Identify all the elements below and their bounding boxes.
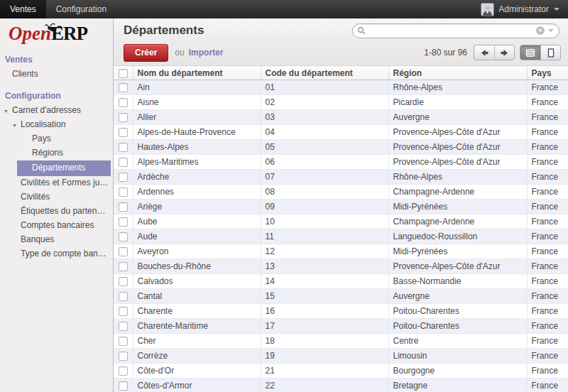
cell-code[interactable]: 05 <box>261 140 388 155</box>
table-row[interactable]: Alpes-Maritimes06Provence-Alpes-Côte d'A… <box>114 155 568 170</box>
row-checkbox[interactable] <box>119 98 128 107</box>
cell-code[interactable]: 13 <box>261 259 388 274</box>
sidebar-item[interactable]: Comptes bancaires <box>0 219 113 233</box>
cell-code[interactable]: 09 <box>261 200 388 214</box>
cell-name[interactable]: Calvados <box>133 274 261 289</box>
cell-code[interactable]: 12 <box>261 244 388 259</box>
sidebar-item[interactable]: ▼Carnet d'adresses <box>0 104 113 118</box>
cell-region[interactable]: Provence-Alpes-Côte d'Azur <box>388 140 527 155</box>
sidebar-item[interactable]: Civilités <box>0 190 113 205</box>
row-checkbox[interactable] <box>119 143 128 152</box>
row-checkbox[interactable] <box>119 292 128 301</box>
cell-name[interactable]: Aude <box>133 229 261 244</box>
cell-name[interactable]: Alpes-Maritimes <box>133 155 261 170</box>
cell-country[interactable]: France <box>527 214 568 229</box>
cell-country[interactable]: France <box>527 185 568 200</box>
select-all-checkbox[interactable] <box>119 69 128 78</box>
table-row[interactable]: Ardèche07Rhône-AlpesFrance <box>114 170 568 185</box>
cell-country[interactable]: France <box>527 80 568 95</box>
row-checkbox[interactable] <box>119 366 128 376</box>
cell-code[interactable]: 15 <box>261 289 388 304</box>
sidebar-item[interactable]: Étiquettes du partenaire <box>0 205 113 219</box>
column-header-name[interactable]: Nom du département <box>133 66 261 80</box>
row-checkbox[interactable] <box>119 247 128 256</box>
cell-code[interactable]: 07 <box>261 170 388 185</box>
table-row[interactable]: Ardennes08Champagne-ArdenneFrance <box>114 185 568 200</box>
cell-name[interactable]: Hautes-Alpes <box>133 140 261 155</box>
column-header-code[interactable]: Code du département <box>261 66 388 80</box>
table-row[interactable]: Aisne02PicardieFrance <box>114 95 568 110</box>
cell-country[interactable]: France <box>527 274 568 289</box>
cell-code[interactable]: 01 <box>261 80 388 95</box>
cell-country[interactable]: France <box>527 259 568 274</box>
create-button[interactable]: Créer <box>124 44 168 62</box>
cell-country[interactable]: France <box>527 364 568 379</box>
cell-name[interactable]: Aveyron <box>133 244 261 259</box>
table-row[interactable]: Calvados14Basse-NormandieFrance <box>114 274 568 289</box>
row-checkbox[interactable] <box>119 307 128 316</box>
form-view-button[interactable] <box>540 45 560 60</box>
table-row[interactable]: Corrèze19LimousinFrance <box>114 349 568 364</box>
triangle-down-icon[interactable]: ▼ <box>12 121 17 130</box>
cell-region[interactable]: Picardie <box>388 95 527 110</box>
user-menu[interactable]: Administrator <box>473 0 568 18</box>
clear-search-icon[interactable]: ✕ <box>536 26 545 35</box>
cell-region[interactable]: Basse-Normandie <box>388 274 527 289</box>
cell-region[interactable]: Provence-Alpes-Côte d'Azur <box>388 259 527 274</box>
cell-country[interactable]: France <box>527 319 568 334</box>
sidebar-item[interactable]: Régions <box>0 146 113 160</box>
cell-code[interactable]: 22 <box>261 379 388 392</box>
cell-name[interactable]: Allier <box>133 110 261 125</box>
row-checkbox[interactable] <box>119 277 128 286</box>
row-checkbox[interactable] <box>119 337 128 346</box>
cell-country[interactable]: France <box>527 125 568 140</box>
cell-name[interactable]: Côte-d'Or <box>133 364 261 379</box>
cell-country[interactable]: France <box>527 349 568 364</box>
cell-country[interactable]: France <box>527 200 568 214</box>
sidebar-item[interactable]: Pays <box>0 132 113 146</box>
table-row[interactable]: Alpes-de-Haute-Provence04Provence-Alpes-… <box>114 125 568 140</box>
cell-name[interactable]: Alpes-de-Haute-Provence <box>133 125 261 140</box>
row-checkbox[interactable] <box>119 158 128 167</box>
cell-code[interactable]: 18 <box>261 334 388 349</box>
cell-region[interactable]: Rhône-Alpes <box>388 80 527 95</box>
row-checkbox[interactable] <box>119 232 128 241</box>
cell-code[interactable]: 16 <box>261 304 388 319</box>
cell-region[interactable]: Bourgogne <box>388 364 527 379</box>
table-row[interactable]: Aveyron12Midi-PyrénéesFrance <box>114 244 568 259</box>
table-row[interactable]: Ariège09Midi-PyrénéesFrance <box>114 200 568 214</box>
cell-name[interactable]: Bouches-du-Rhône <box>133 259 261 274</box>
search-input[interactable] <box>366 26 536 36</box>
row-checkbox[interactable] <box>119 173 128 182</box>
table-row[interactable]: Aude11Languedoc-RoussillonFrance <box>114 229 568 244</box>
search-box[interactable]: ✕ <box>352 23 559 38</box>
cell-country[interactable]: France <box>527 289 568 304</box>
sidebar-item[interactable]: Type de compte bancaire <box>0 247 113 261</box>
table-row[interactable]: Charente-Maritime17Poitou-CharentesFranc… <box>114 319 568 334</box>
table-row[interactable]: Aube10Champagne-ArdenneFrance <box>114 214 568 229</box>
table-row[interactable]: Cantal15AuvergneFrance <box>114 289 568 304</box>
list-view-button[interactable] <box>520 45 540 60</box>
row-checkbox[interactable] <box>119 217 128 227</box>
cell-code[interactable]: 21 <box>261 364 388 379</box>
cell-name[interactable]: Aube <box>133 214 261 229</box>
row-checkbox[interactable] <box>119 202 128 212</box>
sidebar-item[interactable]: Banques <box>0 233 113 247</box>
cell-name[interactable]: Cantal <box>133 289 261 304</box>
cell-region[interactable]: Languedoc-Roussillon <box>388 229 527 244</box>
table-row[interactable]: Hautes-Alpes05Provence-Alpes-Côte d'Azur… <box>114 140 568 155</box>
cell-country[interactable]: France <box>527 110 568 125</box>
cell-country[interactable]: France <box>527 155 568 170</box>
row-checkbox[interactable] <box>119 113 128 122</box>
cell-region[interactable]: Provence-Alpes-Côte d'Azur <box>388 125 527 140</box>
topbar-menu-item[interactable]: Ventes <box>0 0 46 18</box>
cell-region[interactable]: Limousin <box>388 349 527 364</box>
cell-name[interactable]: Aisne <box>133 95 261 110</box>
cell-region[interactable]: Champagne-Ardenne <box>388 214 527 229</box>
cell-region[interactable]: Poitou-Charentes <box>388 304 527 319</box>
cell-code[interactable]: 19 <box>261 349 388 364</box>
cell-country[interactable]: France <box>527 334 568 349</box>
cell-code[interactable]: 17 <box>261 319 388 334</box>
table-row[interactable]: Côte-d'Or21BourgogneFrance <box>114 364 568 379</box>
table-row[interactable]: Cher18CentreFrance <box>114 334 568 349</box>
